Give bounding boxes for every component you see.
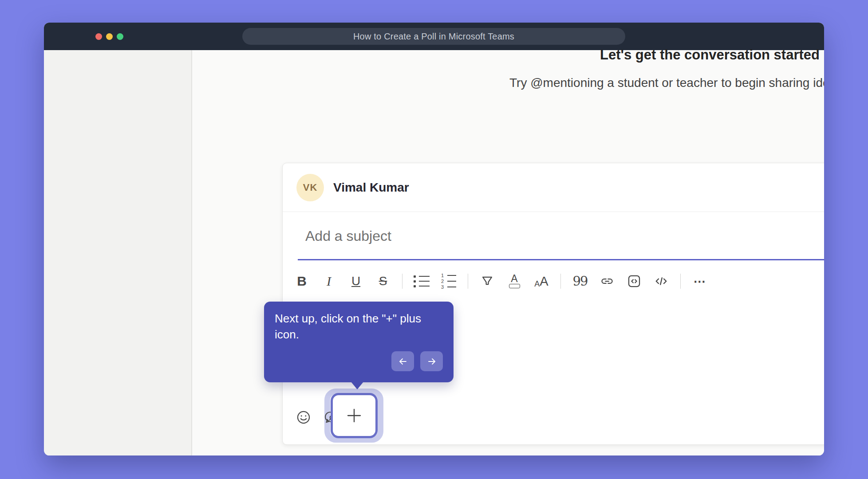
text-size-button[interactable]: A A bbox=[531, 271, 552, 291]
underline-button[interactable]: U bbox=[346, 271, 366, 291]
compose-header: VK Vimal Kumar bbox=[283, 163, 824, 212]
quote-icon: 99 bbox=[573, 274, 588, 289]
code-snippet-button[interactable] bbox=[624, 271, 644, 291]
emoji-icon bbox=[296, 409, 312, 425]
italic-button[interactable]: I bbox=[319, 271, 339, 291]
close-button[interactable] bbox=[95, 33, 102, 40]
plus-icon bbox=[344, 405, 364, 426]
titlebar-pill: How to Create a Poll in Microsoft Teams bbox=[242, 28, 625, 45]
formatting-toolbar: B I U S bbox=[292, 269, 710, 294]
toolbar-divider bbox=[402, 274, 402, 289]
arrow-left-icon bbox=[398, 356, 408, 367]
toolbar-divider bbox=[468, 274, 468, 289]
add-attachment-plus-button[interactable] bbox=[331, 393, 378, 438]
bold-button[interactable]: B bbox=[292, 271, 312, 291]
highlight-button[interactable] bbox=[477, 271, 497, 291]
toolbar-divider bbox=[680, 274, 681, 289]
author-name: Vimal Kumar bbox=[333, 181, 409, 195]
italic-icon: I bbox=[327, 274, 331, 289]
text-size-icon: A A bbox=[534, 274, 548, 289]
underline-icon: U bbox=[351, 274, 360, 288]
subject-section bbox=[283, 212, 824, 260]
strikethrough-icon: S bbox=[379, 274, 387, 288]
more-options-icon: ⋯ bbox=[694, 274, 706, 289]
strikethrough-button[interactable]: S bbox=[373, 271, 393, 291]
bullet-list-icon bbox=[414, 275, 430, 287]
code-block-button[interactable] bbox=[651, 271, 671, 291]
minimize-button[interactable] bbox=[106, 33, 113, 40]
desktop-background: How to Create a Poll in Microsoft Teams … bbox=[0, 0, 868, 479]
link-icon bbox=[599, 273, 615, 289]
numbered-list-icon: 1 2 3 bbox=[441, 274, 456, 289]
link-button[interactable] bbox=[597, 271, 617, 291]
tooltip-back-button[interactable] bbox=[391, 351, 414, 371]
font-color-icon: A bbox=[511, 274, 517, 283]
bullet-list-button[interactable] bbox=[411, 271, 432, 291]
conversation-heading: Let's get the conversation started bbox=[600, 47, 820, 63]
subject-underline bbox=[298, 259, 824, 260]
window-title: How to Create a Poll in Microsoft Teams bbox=[353, 31, 514, 42]
tooltip-text: Next up, click on the "+" plus icon. bbox=[275, 310, 434, 342]
highlight-icon bbox=[480, 274, 495, 289]
code-snippet-icon bbox=[627, 274, 642, 289]
bold-icon: B bbox=[297, 274, 307, 289]
arrow-right-icon bbox=[426, 356, 437, 367]
subject-input[interactable] bbox=[305, 224, 643, 248]
more-options-button[interactable]: ⋯ bbox=[690, 271, 710, 291]
tooltip-caret bbox=[351, 382, 363, 389]
font-color-button[interactable]: A bbox=[504, 271, 525, 291]
conversation-subheading: Try @mentioning a student or teacher to … bbox=[509, 76, 824, 90]
numbered-list-button[interactable]: 1 2 3 bbox=[438, 271, 459, 291]
app-window: How to Create a Poll in Microsoft Teams … bbox=[44, 23, 824, 455]
titlebar: How to Create a Poll in Microsoft Teams bbox=[44, 23, 824, 50]
toolbar-divider bbox=[560, 274, 561, 289]
walkthrough-tooltip: Next up, click on the "+" plus icon. bbox=[264, 302, 454, 382]
maximize-button[interactable] bbox=[117, 33, 123, 40]
quote-button[interactable]: 99 bbox=[570, 271, 590, 291]
left-sidebar-panel bbox=[44, 50, 192, 455]
avatar: VK bbox=[296, 174, 324, 201]
code-block-icon bbox=[653, 273, 669, 289]
emoji-button[interactable] bbox=[296, 409, 312, 425]
tooltip-forward-button[interactable] bbox=[420, 351, 443, 371]
